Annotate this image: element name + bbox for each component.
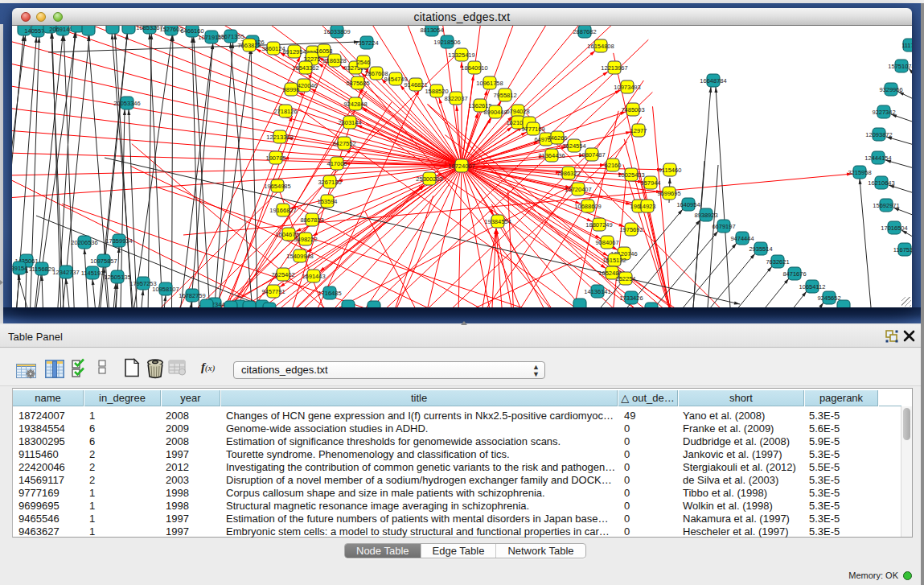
svg-text:9474444: 9474444 [730,235,754,242]
svg-text:9115460: 9115460 [659,167,682,174]
svg-text:8322037: 8322037 [444,95,467,102]
svg-text:7955812: 7955812 [493,92,516,99]
svg-text:18807249: 18807249 [585,221,612,229]
svg-text:7986322: 7986322 [556,170,580,177]
svg-text:13325419: 13325419 [448,51,474,59]
svg-text:8990448: 8990448 [483,109,507,116]
svg-text:6794028: 6794028 [506,108,529,115]
svg-text:1733426: 1733426 [619,295,643,302]
svg-text:1716485: 1716485 [318,290,341,297]
svg-text:12093872: 12093872 [865,131,892,138]
svg-text:9227342: 9227342 [872,109,895,116]
svg-text:7485003: 7485003 [621,106,644,113]
svg-text:19654985: 19654985 [264,183,290,190]
svg-text:8938923: 8938923 [694,212,717,219]
svg-text:15692971: 15692971 [873,202,899,209]
svg-text:11156829: 11156829 [29,266,55,273]
svg-text:6679197: 6679197 [712,223,735,230]
svg-text:3498222: 3498222 [294,236,317,243]
svg-text:20206536: 20206536 [71,239,97,246]
svg-text:417006: 417006 [326,160,347,167]
svg-text:1167534: 1167534 [893,246,912,253]
svg-text:19166827: 19166827 [269,207,296,214]
svg-text:9329966: 9329966 [879,86,902,93]
svg-text:10688609: 10688609 [574,203,601,210]
svg-text:5875685: 5875685 [346,80,369,87]
svg-text:8813054: 8813054 [420,27,443,34]
svg-text:15409948: 15409948 [286,253,313,260]
svg-text:12444154: 12444154 [864,154,891,162]
svg-text:1975692: 1975692 [619,226,643,233]
svg-text:8471676: 8471676 [782,270,806,278]
svg-text:10025433: 10025433 [618,171,644,179]
svg-text:2546: 2546 [357,59,371,66]
svg-text:19218506: 19218506 [433,39,460,46]
svg-text:16648784: 16648784 [700,77,726,84]
svg-text:1615132: 1615132 [602,257,626,264]
svg-text:16782759: 16782759 [179,292,205,299]
svg-text:3860124: 3860124 [261,45,285,52]
svg-text:746266: 746266 [547,134,567,142]
svg-text:10958107: 10958107 [152,286,179,293]
svg-text:62160: 62160 [605,162,622,169]
svg-text:10654112: 10654112 [799,283,826,290]
svg-text:8912954: 8912954 [282,48,306,56]
svg-text:1145193: 1145193 [81,270,105,277]
svg-text:10807487: 10807487 [578,151,605,159]
svg-text:14923: 14923 [639,203,656,210]
svg-text:14136141: 14136141 [584,288,610,295]
svg-text:17359934: 17359934 [105,237,132,245]
svg-text:25300203: 25300203 [416,175,442,183]
svg-text:15720407: 15720407 [565,186,591,193]
svg-text:1527602: 1527602 [159,26,183,33]
svg-text:16210643: 16210643 [868,179,894,187]
svg-text:20053346: 20053346 [113,100,140,107]
svg-text:15751074: 15751074 [888,63,912,70]
svg-text:17016504: 17016504 [881,225,907,232]
svg-text:8867833: 8867833 [300,216,323,224]
svg-text:16543362: 16543362 [292,64,318,72]
svg-text:9777169: 9777169 [521,126,544,133]
svg-text:9242848: 9242848 [343,101,367,108]
svg-text:9245652: 9245652 [817,295,840,302]
svg-text:2935514: 2935514 [749,245,772,253]
svg-text:9457791: 9457791 [261,288,285,295]
svg-text:16058: 16058 [316,47,333,55]
svg-text:18724007: 18724007 [448,163,474,170]
svg-text:12342737: 12342737 [52,269,79,276]
svg-text:2718126: 2718126 [273,108,297,115]
svg-text:16154808: 16154808 [587,43,614,50]
svg-text:98996: 98996 [283,86,300,93]
svg-text:10975857: 10975857 [90,257,117,265]
svg-text:3267130: 3267130 [318,179,341,186]
svg-text:7632621: 7632621 [766,258,789,266]
svg-text:12505135: 12505135 [104,274,130,281]
svg-text:2803144: 2803144 [338,119,361,126]
svg-text:39154: 39154 [12,265,27,272]
svg-text:10961758: 10961758 [476,80,503,87]
svg-text:7625402: 7625402 [271,271,294,278]
svg-text:12213369: 12213369 [266,134,293,141]
svg-text:12213967: 12213967 [601,64,627,72]
svg-text:12977: 12977 [630,127,647,134]
svg-text:9084067: 9084067 [595,239,618,246]
svg-text:2887682: 2887682 [573,28,596,35]
svg-text:1640954: 1640954 [676,201,700,208]
svg-text:16033809: 16033809 [323,28,350,35]
svg-text:252254: 252254 [615,275,635,282]
svg-text:9699695: 9699695 [657,190,680,197]
svg-text:9146821: 9146821 [404,81,427,89]
svg-text:8427552: 8427552 [332,140,355,147]
svg-text:153594: 153594 [317,198,337,205]
svg-text:10973493: 10973493 [614,84,640,91]
svg-text:19384554: 19384554 [484,218,511,225]
svg-text:190785: 190785 [265,154,285,162]
svg-text:1588520: 1588520 [425,88,448,95]
svg-text:11173: 11173 [901,42,912,49]
svg-text:3215958: 3215958 [848,169,871,176]
svg-text:1691443: 1691443 [302,273,325,280]
svg-text:21364436: 21364436 [538,152,565,159]
svg-text:7663822: 7663822 [237,42,261,49]
svg-text:7357224: 7357224 [355,39,378,47]
svg-text:3624554: 3624554 [562,142,585,150]
